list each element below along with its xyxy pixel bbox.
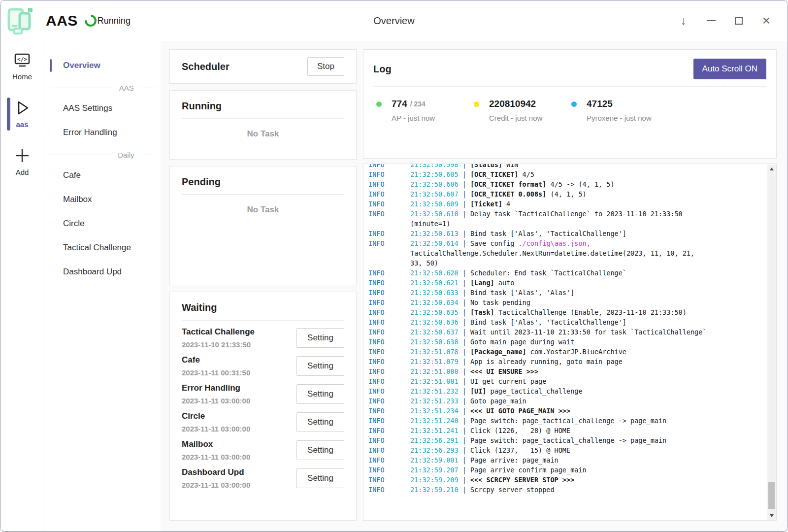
- setting-button[interactable]: Setting: [296, 356, 344, 376]
- log-time: 21:32:50.634: [410, 299, 459, 306]
- log-message: Page arrive confirm page_main: [470, 466, 587, 474]
- waiting-item-cafe: Cafe2023-11-11 00:31:50Setting: [182, 355, 344, 377]
- log-line: INFO21:32:50.635 | [Task] TacticalChalle…: [368, 307, 754, 317]
- stat-label: Pyroxene - just now: [571, 114, 669, 122]
- close-button[interactable]: ×: [756, 10, 777, 31]
- log-pipe: |: [459, 210, 470, 218]
- log-level: INFO: [368, 164, 410, 169]
- log-time: 21:32:51.234: [410, 407, 459, 415]
- pending-empty-text: No Task: [182, 205, 344, 215]
- running-title: Running: [182, 100, 344, 112]
- log-message: TacticalChallenge (Enable, 2023-11-10 21…: [494, 308, 687, 316]
- log-pipe: |: [459, 348, 470, 356]
- log-message: Bind task ['Alas', 'TacticalChallenge']: [470, 230, 626, 237]
- rail-item-aas[interactable]: aas: [0, 97, 44, 132]
- log-level: INFO: [368, 278, 410, 288]
- log-level: INFO: [368, 327, 410, 337]
- log-level: INFO: [368, 347, 410, 357]
- running-card: Running No Task: [169, 90, 357, 160]
- task-info: Circle2023-11-11 03:00:00: [182, 411, 250, 433]
- rail-item-add[interactable]: Add: [0, 144, 44, 179]
- setting-button[interactable]: Setting: [296, 440, 344, 460]
- log-message: Wait until 2023-11-10 21:33:50 for task …: [470, 328, 707, 336]
- minimize-button[interactable]: [701, 10, 722, 31]
- triangle-up-icon: [770, 167, 774, 170]
- stat-dot-icon: [474, 101, 479, 107]
- setting-button[interactable]: Setting: [296, 412, 344, 432]
- log-level: INFO: [368, 475, 410, 485]
- log-time: 21:32:51.240: [410, 417, 459, 425]
- log-time: 21:32:50.609: [410, 200, 459, 208]
- stat-top: 220810942: [474, 99, 571, 109]
- log-line: INFO21:32:50.613 | Bind task ['Alas', 'T…: [368, 229, 754, 238]
- window-controls: ↓ ×: [673, 10, 788, 31]
- log-line: INFO21:32:50.636 | Bind task ['Alas', 'T…: [368, 317, 754, 327]
- log-line: INFO21:32:50.606 | [OCR_TICKET format] 4…: [368, 179, 754, 189]
- log-line: INFO21:32:50.621 | [Lang] auto: [368, 278, 754, 288]
- log-pipe: |: [459, 427, 470, 434]
- close-icon: ×: [762, 14, 770, 28]
- sidebar-item-dashboard-upd[interactable]: Dashboard Upd: [44, 262, 161, 282]
- sidebar-item-aas-settings[interactable]: AAS Settings: [44, 99, 161, 118]
- log-message: Goto page_main: [470, 397, 526, 405]
- svg-text:</>: </>: [17, 56, 27, 63]
- log-line: INFO21:32:50.610 | Delay task `TacticalC…: [368, 209, 754, 229]
- log-message: 4: [502, 200, 510, 208]
- scheduler-title: Scheduler: [182, 61, 230, 72]
- log-scrollbar[interactable]: [767, 165, 776, 520]
- rail-item-home[interactable]: </>Home: [0, 50, 44, 84]
- log-message: Scheduler: End task `TacticalChallenge`: [470, 269, 626, 277]
- stat-label: Credit - just now: [474, 114, 571, 122]
- log-level: INFO: [368, 465, 410, 475]
- log-message: Page switch: page_tactical_challenge -> …: [470, 417, 666, 425]
- log-level: INFO: [368, 199, 410, 209]
- log-time: 21:32:51.079: [410, 358, 459, 366]
- setting-button[interactable]: Setting: [296, 384, 344, 404]
- running-spinner-icon: [82, 12, 99, 29]
- stat-value: 47125: [587, 99, 613, 109]
- waiting-title: Waiting: [182, 302, 344, 313]
- log-line: INFO21:32:50.634 | No task pending: [368, 298, 754, 307]
- sidebar-item-overview[interactable]: Overview: [44, 56, 161, 75]
- log-level: INFO: [368, 179, 410, 189]
- log-pipe: |: [459, 269, 470, 277]
- log-level: INFO: [368, 317, 410, 327]
- triangle-down-icon: [770, 514, 774, 517]
- sidebar-item-mailbox[interactable]: Mailbox: [44, 190, 161, 209]
- log-pipe: |: [459, 476, 470, 484]
- maximize-icon: [735, 17, 743, 25]
- log-time: 21:32:59.001: [410, 456, 459, 464]
- log-pipe: |: [459, 367, 470, 375]
- stat-value: 220810942: [489, 99, 536, 109]
- log-line: INFO21:32:59.001 | Page arrive: page_mai…: [368, 455, 754, 465]
- log-pipe: |: [459, 190, 470, 198]
- scroll-thumb[interactable]: [768, 482, 775, 509]
- log-time: 21:32:50.620: [410, 269, 459, 277]
- sidebar-item-error-handling[interactable]: Error Handling: [44, 123, 161, 142]
- home-code-monitor-icon: </>: [14, 53, 31, 70]
- log-level: INFO: [368, 445, 410, 455]
- log-pipe: |: [459, 239, 470, 247]
- main-content: Scheduler Stop Running No Task Pending N…: [161, 41, 788, 532]
- stop-button[interactable]: Stop: [307, 57, 344, 76]
- log-pipe: |: [459, 230, 470, 237]
- divider: [182, 194, 344, 195]
- waiting-card: Waiting Tactical Challenge2023-11-10 21:…: [169, 292, 357, 521]
- hide-window-button[interactable]: ↓: [673, 10, 694, 31]
- sidebar-item-circle[interactable]: Circle: [44, 214, 161, 233]
- setting-button[interactable]: Setting: [296, 328, 344, 348]
- log-message: <<< SCRCPY SERVER STOP >>>: [470, 476, 574, 484]
- stat-total: / 234: [410, 100, 426, 108]
- waiting-item-error-handling: Error Handling2023-11-11 03:00:00Setting: [182, 383, 344, 405]
- scroll-down-button[interactable]: [767, 511, 776, 520]
- divider: [182, 118, 344, 119]
- auto-scroll-button[interactable]: Auto Scroll ON: [693, 59, 766, 79]
- pending-card: Pending No Task: [169, 166, 357, 285]
- log-pipe: |: [459, 397, 470, 405]
- scroll-up-button[interactable]: [767, 165, 776, 173]
- sidebar-item-tactical-challenge[interactable]: Tactical Challenge: [44, 238, 161, 258]
- sidebar-item-cafe[interactable]: Cafe: [44, 166, 161, 185]
- setting-button[interactable]: Setting: [296, 468, 344, 488]
- log-pipe: |: [459, 486, 470, 494]
- maximize-button[interactable]: [728, 10, 749, 31]
